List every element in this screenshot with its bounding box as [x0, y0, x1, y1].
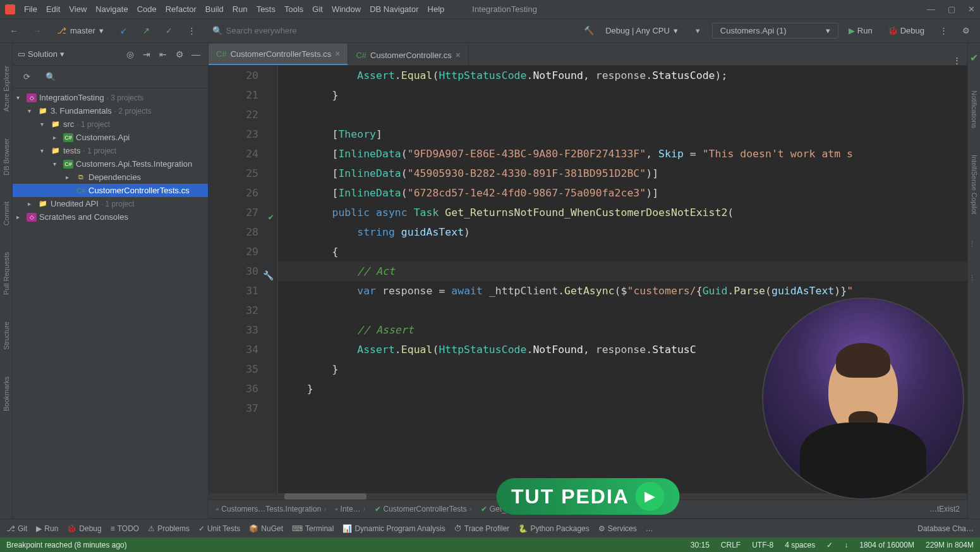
bottom-tab-trace-profiler[interactable]: ⏱ Trace Profiler: [454, 524, 510, 533]
menu-window[interactable]: Window: [328, 2, 365, 16]
push-icon[interactable]: ✓: [160, 22, 178, 40]
code-line[interactable]: [InlineData("6728cd57-1e42-4fd0-9867-75a…: [278, 183, 967, 203]
collapse-icon[interactable]: ⇥: [140, 47, 154, 61]
minimize-icon[interactable]: —: [927, 4, 935, 14]
settings-icon[interactable]: ⚙: [957, 22, 975, 40]
search-everywhere[interactable]: 🔍 Search everywhere: [212, 26, 326, 35]
git-branch-selector[interactable]: ⎇ master ▾: [51, 23, 110, 38]
maximize-icon[interactable]: ▢: [948, 4, 955, 14]
more-run-icon[interactable]: ⋮: [935, 22, 952, 40]
bottom-tab-terminal[interactable]: ⌨ Terminal: [292, 524, 334, 533]
tree-item[interactable]: ▸ C# Customers.Api: [13, 131, 208, 144]
status-item[interactable]: 30:15: [691, 541, 710, 549]
status-item[interactable]: 229M in 804M: [926, 541, 974, 549]
status-item[interactable]: ↓: [844, 541, 848, 549]
right-tab[interactable]: IntelliSense Copilot: [970, 151, 979, 218]
bottom-tab-problems[interactable]: ⚠ Problems: [148, 524, 190, 533]
status-item[interactable]: UTF-8: [752, 541, 773, 549]
bottom-tab-nuget[interactable]: 📦 NuGet: [249, 524, 283, 533]
breadcrumb-item[interactable]: ▫ Inte… ›: [335, 505, 365, 513]
editor-tab[interactable]: C#CustomerController.cs×: [348, 45, 468, 65]
code-line[interactable]: public async Task Get_ReturnsNotFound_Wh…: [278, 203, 967, 222]
commit-icon[interactable]: ↗: [138, 22, 155, 40]
sync-tree-icon[interactable]: ⟳: [18, 68, 35, 86]
editor-more-icon[interactable]: ⋮: [953, 56, 961, 65]
right-tab[interactable]: …: [970, 270, 979, 285]
tree-item[interactable]: ▾ 📁 3. Fundamentals · 2 projects: [13, 104, 208, 117]
action-icon[interactable]: 🔧: [263, 266, 274, 285]
status-item[interactable]: 4 spaces: [785, 541, 815, 549]
close-tab-icon[interactable]: ×: [335, 49, 340, 59]
menu-db-navigator[interactable]: DB Navigator: [366, 2, 422, 16]
menu-tools[interactable]: Tools: [281, 2, 307, 16]
editor-tab[interactable]: C#CustomerControllerTests.cs×: [209, 44, 348, 65]
left-tab-commit[interactable]: Commit: [2, 198, 11, 229]
hammer-icon[interactable]: 🔨: [584, 26, 594, 35]
code-line[interactable]: // Act: [278, 261, 967, 281]
code-line[interactable]: string guidAsText): [278, 222, 967, 242]
status-item[interactable]: ✓: [826, 541, 833, 549]
menu-build[interactable]: Build: [202, 2, 227, 16]
bottom-tab-run[interactable]: ▶ Run: [36, 524, 58, 533]
menu-tests[interactable]: Tests: [253, 2, 279, 16]
tree-item[interactable]: ▸ ◇ Scratches and Consoles: [13, 210, 208, 224]
hide-panel-icon[interactable]: —: [189, 47, 203, 61]
tree-item[interactable]: ▸ ⧉ Dependencies: [13, 171, 208, 184]
breadcrumb-item[interactable]: ✔ CustomerControllerTests ›: [375, 505, 472, 513]
scrollbar-thumb[interactable]: [284, 493, 366, 500]
bottom-tab-python-packages[interactable]: 🐍 Python Packages: [518, 524, 589, 533]
close-tab-icon[interactable]: ×: [456, 50, 461, 60]
close-icon[interactable]: ✕: [968, 4, 975, 14]
right-tab[interactable]: …: [970, 237, 979, 251]
bottom-tab-dynamic-program-analysis[interactable]: 📊 Dynamic Program Analysis: [342, 524, 445, 533]
code-line[interactable]: Assert.Equal(HttpStatusCode.NotFound, re…: [278, 66, 967, 85]
left-tab-azure-explorer[interactable]: Azure Explorer: [2, 62, 11, 116]
tree-item[interactable]: ▾ C# Customers.Api.Tests.Integration: [13, 157, 208, 171]
config-dropdown-icon[interactable]: ▾: [689, 22, 707, 40]
menu-run[interactable]: Run: [229, 2, 251, 16]
back-button[interactable]: ←: [5, 22, 23, 40]
forward-button[interactable]: →: [28, 22, 45, 40]
code-line[interactable]: [Theory]: [278, 124, 967, 144]
left-tab-pull-requests[interactable]: Pull Requests: [2, 248, 11, 299]
test-pass-icon[interactable]: ✔: [269, 207, 274, 227]
menu-edit[interactable]: Edit: [42, 2, 64, 16]
code-line[interactable]: {: [278, 242, 967, 261]
menu-refactor[interactable]: Refactor: [162, 2, 200, 16]
run-button[interactable]: ▶ Run: [844, 23, 878, 38]
tree-item[interactable]: ▸ 📁 Unedited API · 1 project: [13, 197, 208, 210]
tree-item[interactable]: ▾ 📁 tests · 1 project: [13, 144, 208, 157]
menu-file[interactable]: File: [20, 2, 41, 16]
menu-git[interactable]: Git: [308, 2, 327, 16]
code-line[interactable]: }: [278, 85, 967, 105]
inspection-ok-icon[interactable]: ✔: [970, 52, 978, 64]
update-project-icon[interactable]: ↙: [115, 22, 133, 40]
debug-button[interactable]: 🐞 Debug: [883, 23, 929, 38]
solution-panel-title[interactable]: ▭ Solution ▾: [18, 49, 64, 59]
bottom-tab-git[interactable]: ⎇ Git: [6, 524, 27, 533]
build-config-selector[interactable]: Debug | Any CPU ▾: [599, 23, 684, 38]
status-item[interactable]: CRLF: [721, 541, 741, 549]
bottom-tab-todo[interactable]: ≡ TODO: [111, 524, 139, 533]
expand-icon[interactable]: ⇤: [156, 47, 170, 61]
right-tab[interactable]: Notifications: [970, 87, 979, 132]
target-icon[interactable]: ◎: [123, 47, 137, 61]
bottom-tab-unit-tests[interactable]: ✓ Unit Tests: [198, 524, 240, 533]
search-tree-icon[interactable]: 🔍: [42, 68, 59, 86]
more-vcs-icon[interactable]: ⋮: [183, 22, 201, 40]
gear-icon[interactable]: ⚙: [172, 47, 186, 61]
code-line[interactable]: [InlineData("45905930-B282-4330-891F-381…: [278, 164, 967, 183]
bottom-tab--[interactable]: …: [646, 524, 653, 533]
tree-item[interactable]: ▾ 📁 src · 1 project: [13, 117, 208, 131]
bottom-tab-services[interactable]: ⚙ Services: [598, 524, 637, 533]
left-tab-bookmarks[interactable]: Bookmarks: [2, 373, 11, 415]
menu-help[interactable]: Help: [424, 2, 449, 16]
code-line[interactable]: [278, 105, 967, 124]
left-tab-structure[interactable]: Structure: [2, 318, 11, 354]
menu-code[interactable]: Code: [133, 2, 160, 16]
breadcrumb-item[interactable]: ▫ Customers…Tests.Integration ›: [216, 505, 326, 513]
bottom-tab-database-cha-[interactable]: Database Cha…: [917, 524, 974, 533]
menu-navigate[interactable]: Navigate: [92, 2, 131, 16]
menu-view[interactable]: View: [65, 2, 90, 16]
tree-item[interactable]: ▾ ◇ IntegrationTesting · 3 projects: [13, 91, 208, 104]
